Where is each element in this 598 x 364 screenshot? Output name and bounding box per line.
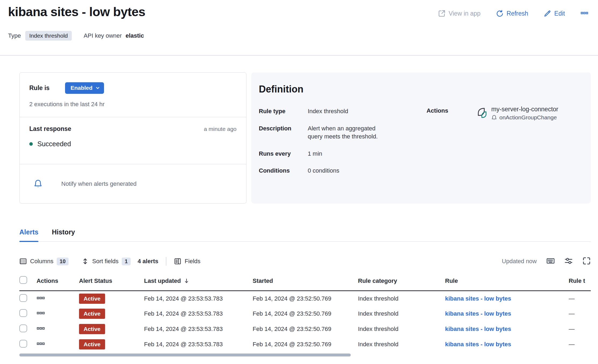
success-dot-icon — [29, 142, 33, 146]
started-cell: Feb 14, 2024 @ 23:52:50.769 — [253, 291, 358, 306]
rule-category-cell: Index threshold — [358, 337, 445, 352]
table-row: Active Feb 14, 2024 @ 23:53:53.783 Feb 1… — [19, 322, 591, 337]
table-icon — [19, 258, 27, 265]
rule-tags-cell: — — [569, 322, 591, 337]
rule-link[interactable]: kibana sites - low bytes — [445, 295, 511, 302]
connector-block: my-server-log-connector onActionGroupCha… — [477, 106, 558, 121]
row-checkbox[interactable] — [19, 294, 27, 302]
rule-tags-cell: — — [569, 306, 591, 322]
type-label: Type — [8, 32, 21, 39]
rule-details-page: kibana sites - low bytes View in app — [0, 0, 598, 364]
row-actions-menu-icon[interactable] — [37, 340, 45, 349]
row-actions-menu-icon[interactable] — [37, 309, 45, 319]
sort-count-badge: 1 — [122, 258, 131, 265]
edit-button[interactable]: Edit — [544, 10, 565, 17]
last-updated-cell: Feb 14, 2024 @ 23:53:53.783 — [144, 306, 253, 322]
sliders-icon — [564, 257, 573, 265]
alerts-table: Actions Alert Status Last updated Starte… — [19, 273, 591, 352]
header-divider — [0, 55, 598, 56]
bell-icon — [34, 179, 42, 188]
bell-icon — [491, 115, 497, 120]
row-actions-menu-icon[interactable] — [37, 324, 45, 334]
tabs: Alerts History — [19, 228, 591, 242]
sort-fields-button[interactable]: Sort fields 1 — [81, 258, 131, 265]
fields-button[interactable]: Fields — [174, 258, 200, 265]
runs-every-value: 1 min — [308, 150, 413, 158]
rule-category-cell: Index threshold — [358, 291, 445, 306]
executions-summary: 2 executions in the last 24 hr — [29, 101, 237, 108]
chevron-down-icon — [95, 86, 100, 90]
columns-button[interactable]: Columns 10 — [19, 258, 69, 265]
tab-history[interactable]: History — [52, 228, 75, 241]
row-checkbox[interactable] — [19, 324, 27, 332]
rule-enabled-label: Enabled — [70, 85, 92, 91]
tab-alerts[interactable]: Alerts — [19, 228, 38, 241]
conditions-value: 0 conditions — [308, 167, 413, 175]
alert-status-badge: Active — [79, 339, 105, 349]
started-cell: Feb 14, 2024 @ 23:52:50.769 — [253, 337, 358, 352]
header-actions-col: Actions — [37, 273, 79, 291]
rule-link[interactable]: kibana sites - low bytes — [445, 310, 511, 317]
api-key-owner-value: elastic — [126, 32, 144, 39]
definition-actions: Actions my-server-log-connector — [427, 107, 558, 121]
api-key-owner-label: API key owner — [84, 32, 122, 39]
rule-type-value: Index threshold — [308, 107, 413, 115]
keyboard-icon — [546, 257, 555, 265]
summary-panels: Rule is Enabled 2 executions in the last… — [19, 72, 591, 204]
logs-connector-icon — [477, 107, 488, 119]
connector-trigger: onActionGroupChange — [499, 114, 557, 121]
notify-text: Notify when alerts generated — [61, 180, 137, 187]
rule-enabled-dropdown[interactable]: Enabled — [65, 82, 104, 94]
alert-status-badge: Active — [79, 309, 105, 319]
description-value: Alert when an aggregated query meets the… — [308, 124, 413, 140]
definition-grid: Rule type Index threshold Description Al… — [259, 107, 413, 174]
view-in-app-label: View in app — [449, 10, 481, 17]
more-actions-button[interactable] — [581, 9, 588, 18]
runs-every-label: Runs every — [259, 150, 308, 158]
header-last-updated-col[interactable]: Last updated — [144, 273, 253, 291]
fields-panel-icon — [174, 258, 181, 265]
conditions-label: Conditions — [259, 167, 308, 175]
refresh-label: Refresh — [507, 10, 528, 17]
page-title: kibana sites - low bytes — [8, 4, 145, 19]
table-row: Active Feb 14, 2024 @ 23:53:53.783 Feb 1… — [19, 337, 591, 352]
rule-link[interactable]: kibana sites - low bytes — [445, 341, 511, 348]
table-row: Active Feb 14, 2024 @ 23:53:53.783 Feb 1… — [19, 306, 591, 322]
header-started-col: Started — [253, 273, 358, 291]
scrollbar-thumb[interactable] — [19, 354, 351, 356]
row-checkbox[interactable] — [19, 309, 27, 317]
rule-type-label: Rule type — [259, 107, 308, 115]
last-response-time: a minute ago — [204, 126, 237, 132]
rule-tags-cell: — — [569, 337, 591, 352]
last-updated-cell: Feb 14, 2024 @ 23:53:53.783 — [144, 337, 253, 352]
fullscreen-button[interactable] — [582, 257, 591, 266]
rule-meta-row: Type Index threshold API key owner elast… — [8, 31, 588, 41]
view-in-app-button[interactable]: View in app — [438, 10, 481, 17]
rule-state-section: Rule is Enabled 2 executions in the last… — [20, 73, 246, 117]
display-options-button[interactable] — [564, 257, 573, 266]
keyboard-shortcuts-button[interactable] — [546, 257, 555, 266]
pencil-icon — [544, 10, 551, 17]
row-actions-menu-icon[interactable] — [37, 294, 45, 304]
rule-is-label: Rule is — [29, 84, 49, 92]
updated-now-text: Updated now — [502, 258, 537, 265]
rule-status-card: Rule is Enabled 2 executions in the last… — [19, 72, 246, 204]
last-updated-cell: Feb 14, 2024 @ 23:53:53.783 — [144, 322, 253, 337]
table-header-row: Actions Alert Status Last updated Starte… — [19, 273, 591, 291]
last-response-label: Last response — [29, 125, 71, 133]
header-rule-tags-col: Rule t — [569, 273, 591, 291]
fullscreen-icon — [582, 257, 591, 265]
select-all-checkbox[interactable] — [19, 276, 27, 284]
alerts-grid-toolbar: Columns 10 Sort fields 1 4 alerts — [19, 257, 591, 266]
page-header: kibana sites - low bytes View in app — [0, 0, 598, 41]
rule-link[interactable]: kibana sites - low bytes — [445, 326, 511, 332]
header-rule-category-col: Rule category — [358, 273, 445, 291]
header-rule-col: Rule — [445, 273, 569, 291]
rule-category-cell: Index threshold — [358, 322, 445, 337]
definition-panel: Definition Rule type Index threshold Des… — [251, 72, 591, 204]
boxes-horizontal-icon — [581, 9, 588, 17]
header-alert-status-col: Alert Status — [79, 273, 144, 291]
header-actions: View in app Refresh Edit — [438, 9, 588, 18]
refresh-button[interactable]: Refresh — [496, 10, 528, 17]
row-checkbox[interactable] — [19, 340, 27, 348]
